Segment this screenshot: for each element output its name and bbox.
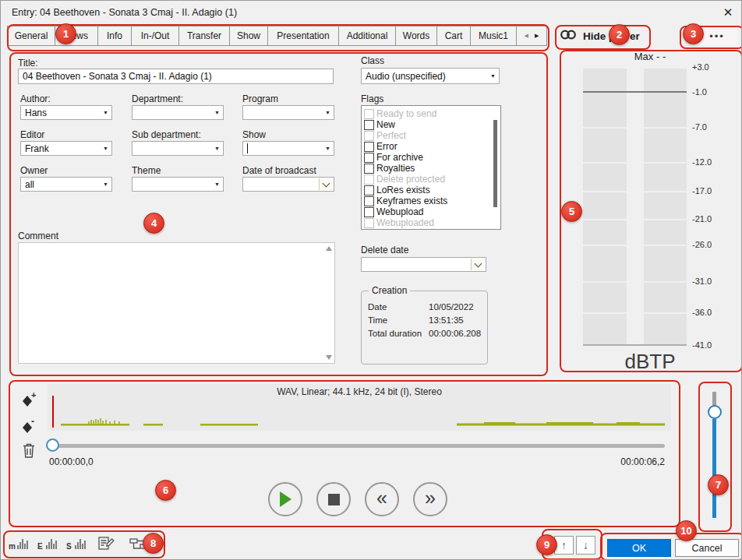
callout-6: 6 xyxy=(155,480,176,501)
flag-partial-row xyxy=(364,228,374,230)
sub-department-combobox[interactable]: ▼ xyxy=(132,141,224,156)
flag-ready-to-send[interactable]: Ready to send xyxy=(364,108,436,119)
meter-tick xyxy=(583,245,687,246)
volume-slider-track-top[interactable] xyxy=(712,392,716,406)
volume-slider-thumb[interactable] xyxy=(708,405,722,419)
normalize-m-button[interactable]: m xyxy=(9,536,30,555)
author-combobox[interactable]: Hans▼ xyxy=(20,105,112,120)
tab-words[interactable]: Words xyxy=(395,26,437,46)
tab-in-out[interactable]: In-/Out xyxy=(131,26,179,46)
level-meter-right xyxy=(644,69,687,345)
flag-webupload[interactable]: Webupload xyxy=(364,206,424,217)
flag-perfect[interactable]: Perfect xyxy=(364,130,406,141)
close-button[interactable]: ✕ xyxy=(716,2,740,23)
stop-button[interactable] xyxy=(316,482,351,516)
checkbox-icon[interactable] xyxy=(364,174,374,185)
department-combobox[interactable]: ▼ xyxy=(132,105,224,120)
checkbox-icon[interactable] xyxy=(364,185,374,195)
chevron-down-icon: ▼ xyxy=(214,181,220,187)
playhead-cursor xyxy=(52,396,54,428)
meter-max-label: Max - - xyxy=(560,51,740,62)
scroll-up-icon[interactable] xyxy=(326,246,332,251)
tab-presentation[interactable]: Presentation xyxy=(267,26,339,46)
title-input[interactable]: 04 Beethoven - Sonata 3 Cmaj - II. Adagi… xyxy=(18,69,334,84)
trash-icon xyxy=(22,442,36,459)
chevron-down-icon xyxy=(475,259,482,267)
class-combobox[interactable]: Audio (unspecified)▼ xyxy=(361,68,500,84)
checkbox-icon[interactable] xyxy=(364,120,374,130)
checkbox-icon[interactable] xyxy=(364,142,374,152)
waveform-display[interactable]: WAV, Linear; 44.1 kHz, 24 bit (I), Stere… xyxy=(48,384,671,431)
checkbox-icon[interactable] xyxy=(364,196,374,206)
tab-cart[interactable]: Cart xyxy=(436,26,471,46)
date-of-broadcast-field[interactable] xyxy=(242,177,334,192)
flag-error[interactable]: Error xyxy=(364,141,398,152)
entry-dialog: Entry: 04 Beethoven - Sonata 3 Cmaj - II… xyxy=(0,0,742,560)
flags-listbox[interactable]: Ready to send New Perfect Error For arch… xyxy=(361,105,501,230)
scroll-down-icon[interactable] xyxy=(326,355,332,360)
tab-transfer[interactable]: Transfer xyxy=(178,26,230,46)
forward-button[interactable]: » xyxy=(413,482,447,516)
tab-info[interactable]: Info xyxy=(97,26,132,46)
checkbox-icon[interactable] xyxy=(364,207,374,217)
owner-combobox[interactable]: all▼ xyxy=(20,177,112,192)
creation-duration-label: Total duration xyxy=(368,329,422,338)
date-picker-button[interactable] xyxy=(319,178,333,190)
editor-combobox[interactable]: Frank▼ xyxy=(20,141,112,156)
tab-scroll-right-icon[interactable]: ▶ xyxy=(535,33,539,39)
tab-scroll-left-icon[interactable]: ◀ xyxy=(525,33,528,39)
delete-marker-button[interactable] xyxy=(22,442,36,462)
seek-slider-track[interactable] xyxy=(49,444,665,448)
forward-icon: » xyxy=(425,487,436,509)
flags-scrollbar[interactable] xyxy=(493,120,497,207)
theme-combobox[interactable]: ▼ xyxy=(132,177,224,192)
volume-slider-track[interactable] xyxy=(712,419,716,518)
checkbox-icon[interactable] xyxy=(364,131,374,141)
tab-additional[interactable]: Additional xyxy=(338,26,396,46)
checkbox-icon[interactable] xyxy=(364,164,374,174)
flag-webuploaded[interactable]: Webuploaded xyxy=(364,217,434,228)
waveform-graph xyxy=(48,384,671,431)
flag-for-archive[interactable]: For archive xyxy=(364,152,423,163)
chevron-down-icon: ▼ xyxy=(325,110,330,115)
tab-show[interactable]: Show xyxy=(229,26,268,46)
normalize-s-button[interactable]: S xyxy=(66,536,88,555)
remove-marker-button[interactable]: - xyxy=(21,417,38,440)
title-label: Title: xyxy=(18,58,38,69)
edit-metadata-button[interactable] xyxy=(97,535,116,555)
checkbox-icon[interactable] xyxy=(364,109,374,119)
creation-group-title: Creation xyxy=(369,285,410,296)
checkbox-icon[interactable] xyxy=(364,153,374,163)
meter-tick xyxy=(583,281,687,283)
show-combobox[interactable]: ▼ xyxy=(242,141,334,156)
date-picker-button[interactable] xyxy=(471,259,485,270)
add-marker-button[interactable]: + xyxy=(21,390,38,414)
normalize-e-button[interactable]: E xyxy=(37,536,59,555)
program-combobox[interactable]: ▼ xyxy=(242,105,334,120)
delete-date-field[interactable] xyxy=(361,257,486,272)
flag-delete-protected[interactable]: Delete protected xyxy=(364,174,445,185)
sub-department-label: Sub department: xyxy=(132,129,201,140)
flag-keyframes-exists[interactable]: Keyframes exists xyxy=(364,195,447,206)
chevron-down-icon xyxy=(323,179,330,187)
cancel-button[interactable]: Cancel xyxy=(675,539,739,557)
checkbox-icon[interactable] xyxy=(364,218,374,228)
svg-text:-: - xyxy=(31,417,34,427)
waveform-e-icon: E xyxy=(37,536,59,551)
time-total: 00:00:06,2 xyxy=(548,456,665,467)
rewind-button[interactable]: « xyxy=(365,482,399,516)
seek-slider-thumb[interactable] xyxy=(46,438,59,452)
flag-royalties[interactable]: Royalties xyxy=(364,163,415,174)
move-down-button[interactable]: ↓ xyxy=(576,536,595,555)
play-button[interactable] xyxy=(268,482,302,516)
flag-lores-exists[interactable]: LoRes exists xyxy=(364,185,430,195)
comment-textarea[interactable] xyxy=(18,242,335,364)
editor-label: Editor xyxy=(20,129,44,140)
meter-tick xyxy=(583,312,687,314)
ok-button[interactable]: OK xyxy=(607,539,671,557)
level-meter-left xyxy=(583,69,627,345)
meter-scale-label: -31.0 xyxy=(692,276,712,286)
tab-music1[interactable]: Music1 xyxy=(470,26,517,46)
tab-general[interactable]: General xyxy=(7,26,55,46)
flag-new[interactable]: New xyxy=(364,119,395,130)
